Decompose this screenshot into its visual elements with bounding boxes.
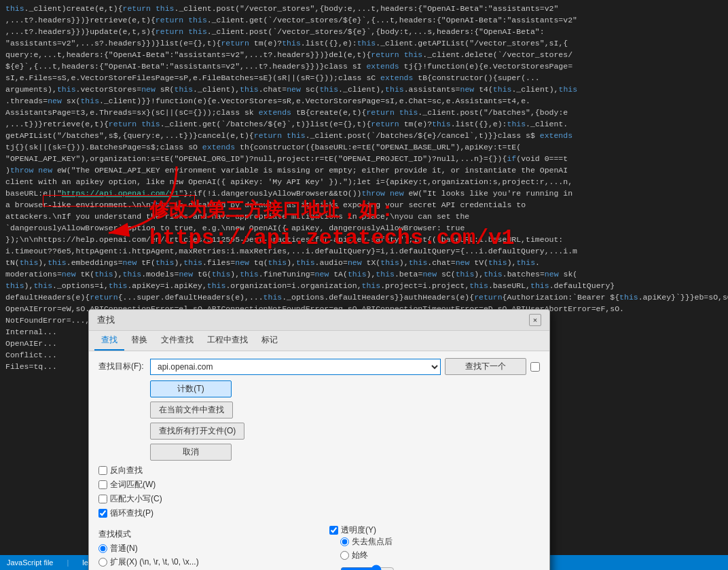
find-dialog-title-text: 查找 [97,314,115,326]
transparency-slider-area [340,565,540,570]
code-line-14: "OPENAI_API_KEY"),organization:s=tE("OPE… [0,153,728,164]
find-dialog-close-button[interactable]: × [529,314,541,326]
mode-normal-radio[interactable] [98,544,107,553]
find-in-current-button[interactable]: 在当前文件中查找 [150,402,233,418]
transparency-blur-radio[interactable] [340,537,349,546]
find-input-wrapper: api.openai.com [150,359,441,375]
code-line-25: this),this._options=i,this.apiKey=i.apiK… [0,280,728,291]
code-line-6: ${e}`,{...t,headers:{"OpenAI-Beta":"assi… [0,60,728,72]
tab-replace[interactable]: 替换 [124,331,154,351]
code-line-16: client with an apikey option, like new O… [0,176,728,188]
find-dialog-body: 查找目标(F): api.openai.com 查找下一个 计数(T) 在当前文… [89,351,549,570]
find-in-all-button[interactable]: 查找所有打开文件(O) [150,423,244,440]
find-next-button[interactable]: 查找下一个 [445,358,526,375]
tab-file-find[interactable]: 文件查找 [154,331,200,351]
find-dialog-tabs: 查找 替换 文件查找 工程中查找 标记 [89,331,549,351]
find-buttons-row2: 在当前文件中查找 [150,402,540,418]
transparency-checkbox[interactable] [329,526,338,535]
transparency-option[interactable]: 透明度(Y) [329,524,540,536]
code-line-8: arguments),this.vectorStores=new sR(this… [0,84,728,95]
code-line-19: attackers.\nIf you understand the risks … [0,211,728,222]
code-line-26: defaultHeaders(e){return{...super.defaul… [0,291,728,303]
find-mode-title: 查找模式 [98,529,309,540]
tab-find[interactable]: 查找 [94,331,124,351]
tab-project-find[interactable]: 工程中查找 [200,331,255,351]
find-mode-left: 查找模式 普通(N) 扩展(X) (\n, \r, \t, \0, \x...)… [98,524,309,570]
code-line-3: ,...t?.headers}})}update(e,t,s){return t… [0,26,728,37]
code-line-1: this._client)create(e,t){return this._cl… [0,3,728,14]
find-buttons-row3: 查找所有打开文件(O) [150,423,540,440]
code-line-13: tj{}(sk||(sk={})).BatchesPage=s$;class s… [0,141,728,153]
wrap-option[interactable]: 循环查找(P) [98,507,540,519]
code-line-15: )throw new eW("The OPENAI_API_KEY enviro… [0,164,728,176]
mode-extended-radio[interactable] [98,558,107,567]
find-mode-right: 透明度(Y) 失去焦点后 始终 [329,524,540,570]
cancel-button[interactable]: 取消 [150,444,232,461]
code-line-22: i.timeout??6e5,httpAgent:i.httpAgent,max… [0,245,728,257]
reverse-checkbox[interactable] [98,466,107,475]
code-line-10: AssistantsPage=t3,e.Threads=sx}(sC||(sC=… [0,107,728,118]
code-line-9: .threads=new sx(this._client)}}!function… [0,95,728,107]
code-line-18: a browser-like environment.\n\nThis is d… [0,199,728,211]
find-search-input[interactable]: api.openai.com [150,359,441,375]
find-target-label: 查找目标(F): [98,361,146,372]
transparency-always[interactable]: 始终 [340,550,540,561]
reverse-option[interactable]: 反向查找 [98,465,540,476]
code-line-21: });\n\nhttps://help.openai.com/en/articl… [0,234,728,245]
code-line-11: ,...t})}retrieve(e,t){return this._clien… [0,118,728,130]
code-line-2: ,...t?.headers}})}retrieve(e,t){return t… [0,14,728,26]
code-line-7: sI,e.Files=sS,e.VectorStoreFilesPage=sP,… [0,72,728,84]
code-line-17: baseURL:e||"https://api.openai.com/v1"};… [0,188,728,199]
find-buttons-row4: 取消 [150,444,540,461]
match-case-option[interactable]: 匹配大小写(C) [98,493,540,505]
wrap-checkbox[interactable] [98,509,107,518]
find-dialog-titlebar: 查找 × [89,310,549,331]
find-buttons-row: 计数(T) [150,380,540,397]
whole-word-checkbox[interactable] [98,480,107,489]
find-search-row: 查找目标(F): api.openai.com 查找下一个 [98,358,540,375]
transparency-on-blur[interactable]: 失去焦点后 [340,536,540,548]
transparency-always-radio[interactable] [340,551,349,560]
code-line-4: "assistants=v2",...s?.headers}})}list(e=… [0,37,728,49]
code-line-24: moderations=new tK(this),this.models=new… [0,268,728,280]
find-dialog: 查找 × 查找 替换 文件查找 工程中查找 标记 查找目标(F): api.op… [88,309,550,570]
match-case-checkbox[interactable] [98,495,107,503]
tab-mark[interactable]: 标记 [255,331,285,351]
whole-word-option[interactable]: 全词匹配(W) [98,479,540,491]
mode-extended[interactable]: 扩展(X) (\n, \r, \t, \0, \x...) [98,556,309,568]
code-line-5: query:e,...t,headers:{"OpenAI-Beta":"ass… [0,49,728,60]
code-line-12: getAPIList("/batches",s$,{query:e,...t})… [0,130,728,141]
find-mode-area: 查找模式 普通(N) 扩展(X) (\n, \r, \t, \0, \x...)… [98,524,540,570]
find-next-checkbox[interactable] [530,362,540,372]
code-line-23: tN(this),this.embeddings=new tF(this),th… [0,257,728,268]
file-type: JavaScript file [7,558,53,567]
mode-normal[interactable]: 普通(N) [98,543,309,554]
transparency-slider[interactable] [340,565,395,570]
count-button[interactable]: 计数(T) [150,380,232,397]
find-options-area: 反向查找 全词匹配(W) 匹配大小写(C) 循环查找(P) [98,465,540,519]
code-line-20: `dangerouslyAllowBrowser` option to true… [0,222,728,234]
